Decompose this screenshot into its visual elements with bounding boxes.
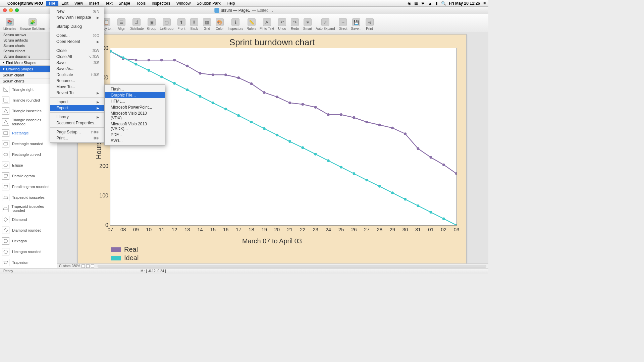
toolbar-inspectors-button[interactable]: ℹInspectors <box>226 17 245 31</box>
shape-triangle-rounded[interactable]: Triangle rounded <box>0 95 57 106</box>
wifi-icon[interactable]: ▲ <box>428 1 432 6</box>
toolbar-front-button[interactable]: ⬆Front <box>175 17 187 31</box>
scrum-charts-header[interactable]: Scrum charts <box>0 78 57 84</box>
file-menu-library[interactable]: Library▶ <box>50 114 104 120</box>
shape-triangle-right[interactable]: Triangle right <box>0 84 57 95</box>
toolbar-align-button[interactable]: ☰Align <box>115 17 127 31</box>
file-menu-print-[interactable]: Print...⌘P <box>50 135 104 141</box>
toolbar-print-button[interactable]: 🖨Print <box>364 17 376 31</box>
library-section-item[interactable]: Scrum charts <box>0 43 57 48</box>
title-dropdown-icon[interactable]: ⌄ <box>271 8 274 13</box>
toolbar-distribute-button[interactable]: ⇵Distribute <box>128 17 145 31</box>
export-menu-microsoft-powerpoint-[interactable]: Microsoft PowerPoint... <box>105 104 165 110</box>
file-menu-revert-to[interactable]: Revert To▶ <box>50 90 104 96</box>
toolbar-back-button[interactable]: ⬇Back <box>188 17 200 31</box>
shape-trapezoid-isosceles-rounded[interactable]: Trapezoid isosceles rounded <box>0 203 57 214</box>
file-menu-save-as-[interactable]: Save As... <box>50 66 104 72</box>
toolbar-direct-button[interactable]: →Direct <box>337 17 349 31</box>
status-icon[interactable]: ▦ <box>414 1 418 6</box>
shape-trapezium[interactable]: Trapezium <box>0 257 57 268</box>
toolbar-rulers-button[interactable]: 📏Rulers <box>245 17 258 31</box>
export-menu-graphic-file-[interactable]: Graphic File... <box>105 92 165 98</box>
spotlight-icon[interactable]: 🔍 <box>441 1 446 6</box>
menubar-item-view[interactable]: View <box>71 1 86 6</box>
export-menu-microsoft-visio-vsdx-[interactable]: Microsoft Visio 2013 (VSDX)... <box>105 121 165 132</box>
menu-icon[interactable]: ≡ <box>483 1 486 6</box>
toolbar-undo-button[interactable]: ↶Undo <box>276 17 288 31</box>
shape-triangle-isosceles[interactable]: Triangle isosceles <box>0 106 57 116</box>
export-menu-html-[interactable]: HTML... <box>105 98 165 104</box>
drawing-page[interactable]: Sprint burndown chart Hours 010020030040… <box>77 34 467 263</box>
toolbar-color-button[interactable]: 🎨Color <box>214 17 226 31</box>
battery-icon[interactable]: ▮ <box>435 1 438 6</box>
shape-diamond[interactable]: Diamond <box>0 214 57 225</box>
toolbar-libraries-button[interactable]: 📚Libraries <box>2 17 17 31</box>
status-icon[interactable]: ✱ <box>421 1 425 6</box>
export-menu-pdf-[interactable]: PDF... <box>105 132 165 138</box>
file-menu-export[interactable]: Export▶ <box>50 105 104 111</box>
shape-parallelogram-rounded[interactable]: Parallelogram rounded <box>0 181 57 192</box>
toolbar-ungroup-button[interactable]: ▢UnGroup <box>158 17 175 31</box>
shape-ellipse[interactable]: Ellipse <box>0 160 57 171</box>
toolbar-fit-to-text-button[interactable]: AFit to Text <box>258 17 275 31</box>
export-menu-microsoft-visio-vdx-[interactable]: Microsoft Visio 2010 (VDX)... <box>105 110 165 121</box>
file-menu-rename-[interactable]: Rename... <box>50 78 104 84</box>
file-menu-new[interactable]: New⌘N <box>50 8 104 14</box>
library-section-item[interactable]: Scrum artifacts <box>0 38 57 43</box>
file-menu-page-setup-[interactable]: Page Setup...⇧⌘P <box>50 129 104 135</box>
file-menu-close-all[interactable]: Close All⌥⌘W <box>50 54 104 60</box>
toolbar-save--button[interactable]: 💾Save... <box>350 17 363 31</box>
zoom-window-button[interactable] <box>15 8 19 12</box>
shape-rectangle-curved[interactable]: Rectangle curved <box>0 149 57 160</box>
file-menu-startup-dialog[interactable]: Startup Dialog <box>50 23 104 29</box>
library-section-item[interactable]: Scrum arrows <box>0 32 57 38</box>
find-more-shapes[interactable]: ▸Find More Shapes <box>0 59 57 66</box>
library-section-item[interactable]: Scrum clipart <box>0 48 57 54</box>
menubar-item-insert[interactable]: Insert <box>86 1 102 6</box>
app-name[interactable]: ConceptDraw PRO <box>5 1 46 6</box>
toolbar-smart-button[interactable]: ✶Smart <box>302 17 314 31</box>
toolbar-grid-button[interactable]: ▦Grid <box>201 17 213 31</box>
toolbar-group-button[interactable]: ▣Group <box>146 17 158 31</box>
horizontal-scrollbar[interactable] <box>98 265 486 267</box>
menubar-item-tools[interactable]: Tools <box>133 1 149 6</box>
shape-hexagon[interactable]: Hexagon <box>0 236 57 246</box>
menubar-item-solution-park[interactable]: Solution Park <box>194 1 223 6</box>
shape-triangle-isosceles-rounded[interactable]: Triangle isosceles rounded <box>0 116 57 128</box>
menubar-item-help[interactable]: Help <box>224 1 238 6</box>
library-section-item[interactable]: Scrum diagrams <box>0 54 57 59</box>
export-menu-svg-[interactable]: SVG... <box>105 138 165 144</box>
export-menu-flash-[interactable]: Flash... <box>105 86 165 92</box>
zoom-control[interactable]: Custom 280% <box>59 264 94 268</box>
menubar-item-file[interactable]: File <box>46 1 58 6</box>
shape-rectangle[interactable]: Rectangle <box>0 128 57 138</box>
toolbar-redo-button[interactable]: ↷Redo <box>289 17 301 31</box>
clock[interactable]: Fri May 20 11:26 <box>449 1 480 6</box>
shape-trapezium-rounded[interactable]: Trapezium rounded <box>0 268 57 268</box>
menubar-item-shape[interactable]: Shape <box>116 1 133 6</box>
menubar-item-edit[interactable]: Edit <box>58 1 71 6</box>
toolbar-auto-expand-button[interactable]: ⤢Auto Expand <box>314 17 336 31</box>
file-menu-document-properties-[interactable]: Document Properties... <box>50 120 104 126</box>
close-window-button[interactable] <box>3 8 7 12</box>
file-menu-move-to-[interactable]: Move To... <box>50 84 104 90</box>
file-menu-close[interactable]: Close⌘W <box>50 48 104 54</box>
file-menu-save[interactable]: Save⌘S <box>50 60 104 66</box>
shape-trapezoid-isosceles[interactable]: Trapezoid isosceles <box>0 192 57 203</box>
scrum-clipart-header[interactable]: Scrum clipart <box>0 72 57 78</box>
file-menu-new-with-template[interactable]: New With Template▶ <box>50 14 104 20</box>
file-menu-import[interactable]: Import▶ <box>50 99 104 105</box>
file-menu-duplicate[interactable]: Duplicate⇧⌘S <box>50 72 104 78</box>
menubar-item-inspectors[interactable]: Inspectors <box>149 1 173 6</box>
drawing-shapes-header[interactable]: ▾Drawing Shapes <box>0 66 57 72</box>
file-menu-open-[interactable]: Open...⌘O <box>50 33 104 39</box>
file-menu-open-recent[interactable]: Open Recent▶ <box>50 39 104 45</box>
toolbar-browse-solutions-button[interactable]: 🧩Browse Solutions <box>18 17 47 31</box>
menubar-item-text[interactable]: Text <box>102 1 116 6</box>
menubar-item-window[interactable]: Window <box>173 1 194 6</box>
shape-parallelogram[interactable]: Parallelogram <box>0 171 57 181</box>
shape-diamond-rounded[interactable]: Diamond rounded <box>0 225 57 236</box>
shape-rectangle-rounded[interactable]: Rectangle rounded <box>0 138 57 149</box>
shape-hexagon-rounded[interactable]: Hexagon rounded <box>0 246 57 257</box>
minimize-window-button[interactable] <box>9 8 13 12</box>
